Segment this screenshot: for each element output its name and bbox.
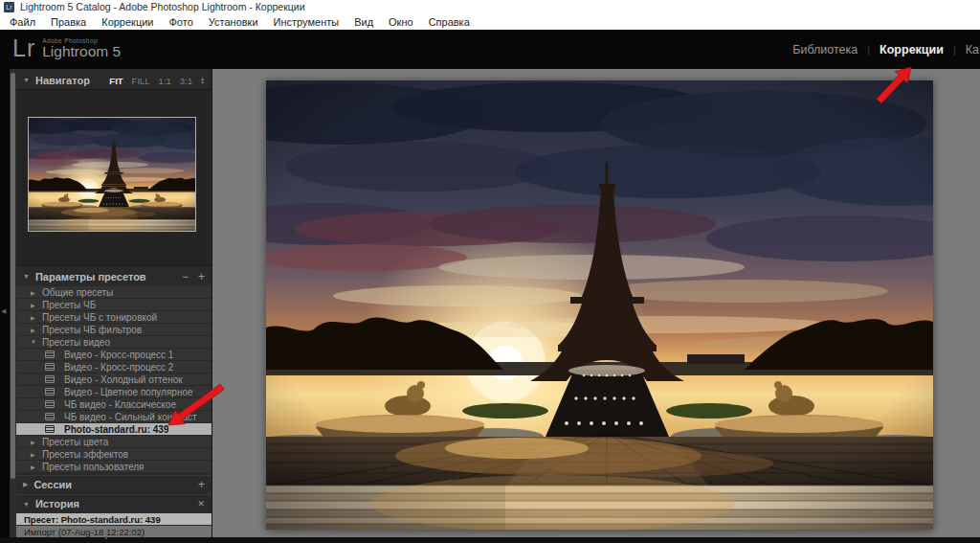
preset-folder-row[interactable]: ▶Пресеты эффектов (16, 448, 212, 461)
preset-item-row[interactable]: Видео - Цветное популярное (16, 386, 212, 398)
history-panel-header[interactable]: ▼ История ✕ (16, 494, 212, 512)
preset-folder-row[interactable]: ▶Пресеты цвета (16, 436, 212, 448)
left-edge-strip: ◀ (0, 69, 10, 543)
chevron-down-icon: ▼ (31, 339, 39, 345)
preset-label: Общие пресеты (42, 287, 113, 298)
history-list: Пресет: Photo-standard.ru: 439Импорт (07… (16, 513, 212, 538)
collapse-bottom-panel-icon[interactable]: ▼ (103, 535, 109, 541)
preset-label: Пресеты цвета (42, 437, 108, 447)
module-bar: Lr Adobe Photoshop Lightroom 5 Библиотек… (0, 30, 980, 69)
sessions-panel-header[interactable]: ▶ Сессии + (16, 475, 212, 493)
module-tab[interactable]: Ка (966, 43, 979, 57)
preset-folder-row[interactable]: ▶Пресеты пользователя (16, 461, 212, 473)
preset-folder-row[interactable]: ▼Пресеты видео (16, 336, 212, 349)
module-separator: | (858, 44, 880, 56)
preset-item-row[interactable]: Видео - Кросс-процесс 1 (16, 349, 212, 361)
presets-panel-header[interactable]: ▼ Параметры пресетов − + (16, 267, 212, 285)
navigator-zoom-option[interactable]: FIT (109, 76, 122, 86)
sessions-title: Сессии (33, 479, 72, 490)
preset-icon (45, 363, 55, 371)
lightroom-window: Lr Lightroom 5 Catalog - Adobe Photoshop… (0, 0, 980, 543)
filmstrip-edge (0, 537, 980, 543)
menu-item[interactable]: Правка (43, 14, 94, 30)
preset-icon (45, 400, 55, 408)
left-panel: ▼ Навигатор FITFILL1:13:1 ▲▼ ▼ Параметры… (16, 69, 212, 538)
main-photo[interactable] (266, 80, 933, 530)
preset-item-row[interactable]: Видео - Холодный оттенок (16, 373, 212, 386)
remove-preset-button[interactable]: − (182, 270, 189, 283)
preset-item-row[interactable]: ЧБ видео - Классическое (16, 398, 212, 411)
navigator-thumbnail[interactable] (28, 117, 196, 232)
preset-label: Пресеты ЧБ (42, 300, 96, 310)
preset-label: Видео - Цветное популярное (64, 387, 193, 397)
preset-icon (45, 375, 55, 383)
chevron-right-icon: ▶ (23, 481, 28, 488)
menu-item[interactable]: Фото (162, 14, 201, 30)
module-tab[interactable]: Библиотека (792, 43, 858, 57)
module-tab[interactable]: Коррекции (880, 43, 944, 57)
menu-item[interactable]: Коррекции (94, 14, 161, 30)
navigator-body (16, 89, 212, 266)
menu-item[interactable]: Вид (346, 14, 381, 30)
preset-folder-row[interactable]: ▶Общие пресеты (16, 286, 212, 299)
app-icon: Lr (4, 2, 14, 12)
history-step-row[interactable]: Импорт (07-Aug-18 12:22:02) (16, 526, 212, 537)
preset-item-row[interactable]: Photo-standard.ru: 439 (16, 423, 212, 436)
menu-bar: ФайлПравкаКоррекцииФотоУстановкиИнструме… (0, 14, 980, 30)
chevron-down-icon: ▼ (23, 273, 30, 280)
logo-lightroom5: Lightroom 5 (42, 44, 121, 59)
chevron-down-icon: ▼ (23, 77, 30, 83)
preset-folder-row[interactable]: ▶Пресеты ЧБ фильтров (16, 324, 212, 336)
history-step-row[interactable]: Пресет: Photo-standard.ru: 439 (16, 513, 212, 525)
menu-item[interactable]: Окно (381, 14, 421, 30)
preset-icon (45, 351, 55, 358)
navigator-zoom-option[interactable]: 1:1 (159, 76, 171, 86)
menu-item[interactable]: Справка (421, 14, 478, 30)
history-title: История (35, 498, 79, 509)
chevron-right-icon: ▶ (31, 314, 39, 321)
identity-plate: Lr Adobe Photoshop Lightroom 5 (12, 35, 121, 60)
preset-folder-row[interactable]: ▶Пресеты ЧБ (16, 299, 212, 311)
navigator-panel-header[interactable]: ▼ Навигатор FITFILL1:13:1 ▲▼ (16, 71, 212, 89)
chevron-right-icon: ▶ (31, 327, 39, 333)
preset-icon (45, 388, 55, 396)
menu-item[interactable]: Установки (201, 14, 266, 30)
chevron-right-icon: ▶ (31, 451, 39, 458)
window-title: Lightroom 5 Catalog - Adobe Photoshop Li… (20, 0, 305, 14)
preset-label: Видео - Холодный оттенок (64, 374, 183, 385)
preset-folder-row[interactable]: ▶Пресеты ЧБ с тонировкой (16, 311, 212, 324)
navigator-zoom-option[interactable]: FILL (132, 76, 150, 86)
preset-label: Пресеты эффектов (42, 449, 128, 460)
chevron-down-icon: ▼ (23, 501, 30, 508)
clear-history-icon[interactable]: ✕ (197, 499, 205, 509)
preset-label: Пресеты пользователя (42, 462, 144, 472)
navigator-title: Навигатор (35, 75, 90, 86)
module-picker: Библиотека|Коррекции|Ка (792, 30, 980, 69)
preset-label: Пресеты видео (42, 337, 110, 348)
navigator-zoom-options: FITFILL1:13:1 (100, 75, 192, 86)
preset-label: Photo-standard.ru: 439 (64, 424, 168, 435)
chevron-right-icon: ▶ (31, 464, 39, 470)
navigator-zoom-option[interactable]: 3:1 (180, 76, 192, 86)
preset-label: ЧБ видео - Сильный контраст (64, 412, 197, 422)
preset-list: ▶Общие пресеты▶Пресеты ЧБ▶Пресеты ЧБ с т… (16, 286, 212, 473)
scrollbar-thumb[interactable] (11, 73, 15, 479)
preset-icon (45, 413, 55, 420)
collapse-left-panel-icon[interactable]: ◀ (1, 307, 6, 315)
title-bar: Lr Lightroom 5 Catalog - Adobe Photoshop… (0, 0, 980, 14)
add-session-button[interactable]: + (198, 478, 205, 491)
chevron-right-icon: ▶ (31, 289, 39, 296)
preset-item-row[interactable]: ЧБ видео - Сильный контраст (16, 411, 212, 423)
preset-item-row[interactable]: Видео - Кросс-процесс 2 (16, 361, 212, 373)
preset-label: ЧБ видео - Классическое (64, 399, 176, 410)
menu-item[interactable]: Инструменты (266, 14, 347, 30)
module-separator: | (944, 44, 966, 56)
left-panel-scrollbar[interactable] (10, 69, 16, 543)
chevron-right-icon: ▶ (31, 439, 39, 445)
add-preset-button[interactable]: + (198, 270, 205, 283)
chevron-right-icon: ▶ (31, 302, 39, 308)
lr-logo: Lr (12, 35, 35, 60)
zoom-selector-icon[interactable]: ▲▼ (200, 77, 205, 84)
presets-title: Параметры пресетов (35, 271, 146, 283)
menu-item[interactable]: Файл (2, 14, 43, 30)
